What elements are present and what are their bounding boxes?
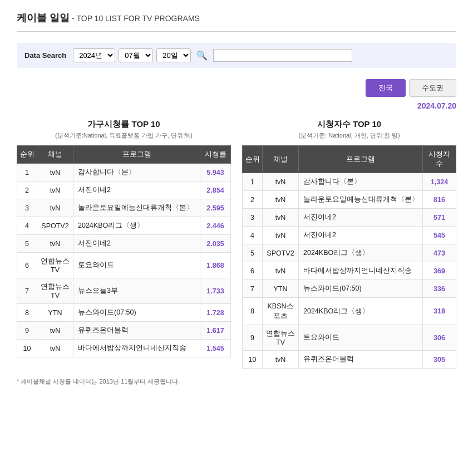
viewer-table-subtitle: (분석기준: National, 개인, 단위:천 명) [242, 131, 456, 140]
rank-cell: 6 [243, 262, 263, 280]
table-row: 4 tvN 서진이네2 545 [243, 227, 456, 244]
viewer-col-program: 프로그램 [299, 146, 423, 173]
rating-cell: 1.617 [200, 322, 231, 340]
viewer-col-channel: 채널 [263, 146, 299, 173]
viewer-table-section: 시청자수 TOP 10 (분석기준: National, 개인, 단위:천 명)… [242, 119, 456, 369]
rating-cell: 1.728 [200, 304, 231, 322]
program-cell: 토요와이드 [73, 253, 200, 278]
program-cell: 뉴스오늘3부 [73, 278, 200, 304]
rating-cell: 2.854 [200, 181, 231, 199]
region-btn-national[interactable]: 전국 [366, 79, 406, 97]
program-cell: 서진이네2 [299, 227, 423, 244]
program-cell: 놀라운토요일예능신대류개척〈본〉 [73, 199, 200, 217]
channel-cell: tvN [37, 199, 73, 217]
month-select[interactable]: 01월02월03월04월05월06월07월08월09월10월11월12월 [119, 48, 153, 62]
program-cell: 감사합니다〈본〉 [73, 164, 200, 181]
channel-cell: tvN [37, 181, 73, 199]
table-row: 8 KBSN스포츠 2024KBO리그〈생〉 318 [243, 298, 456, 325]
program-cell: 놀라운토요일예능신대류개척〈본〉 [299, 191, 423, 209]
viewers-cell: 318 [423, 298, 456, 325]
table-row: 10 tvN 바다에서밥상까지언니네산지직송 1.545 [17, 340, 231, 357]
table-row: 1 tvN 감사합니다〈본〉 5.943 [17, 164, 231, 181]
page-title-strong: 케이블 일일 [17, 12, 70, 23]
rating-cell: 2.595 [200, 199, 231, 217]
household-table-subtitle: (분석기준:National, 유료플랫폼 가입 가구, 단위:%) [17, 131, 231, 140]
rank-cell: 4 [17, 217, 37, 235]
viewer-col-viewers: 시청자수 [423, 146, 456, 173]
household-col-rating: 시청률 [200, 146, 231, 164]
rank-cell: 10 [243, 351, 263, 369]
rank-cell: 6 [17, 253, 37, 278]
program-cell: 뉴스와이드(07:50) [73, 304, 200, 322]
channel-cell: YTN [263, 280, 299, 298]
program-cell: 바다에서밥상까지언니네산지직송 [73, 340, 200, 357]
table-row: 6 tvN 바다에서밥상까지언니네산지직송 369 [243, 262, 456, 280]
viewers-cell: 306 [423, 325, 456, 351]
program-cell: 2024KBO리그〈생〉 [299, 298, 423, 325]
rating-cell: 5.943 [200, 164, 231, 181]
channel-cell: YTN [37, 304, 73, 322]
rank-cell: 8 [17, 304, 37, 322]
search-button[interactable]: 🔍 [194, 49, 210, 62]
channel-cell: SPOTV2 [263, 244, 299, 262]
household-table-section: 가구시청률 TOP 10 (분석기준:National, 유료플랫폼 가입 가구… [17, 119, 231, 369]
viewers-cell: 305 [423, 351, 456, 369]
household-col-rank: 순위 [17, 146, 37, 164]
table-row: 3 tvN 놀라운토요일예능신대류개척〈본〉 2.595 [17, 199, 231, 217]
table-row: 2 tvN 서진이네2 2.854 [17, 181, 231, 199]
viewers-cell: 545 [423, 227, 456, 244]
channel-cell: tvN [37, 322, 73, 340]
channel-cell: 연합뉴스TV [37, 278, 73, 304]
table-row: 4 SPOTV2 2024KBO리그〈생〉 2.446 [17, 217, 231, 235]
viewers-cell: 571 [423, 209, 456, 227]
table-row: 6 연합뉴스TV 토요와이드 1.868 [17, 253, 231, 278]
table-row: 5 SPOTV2 2024KBO리그〈생〉 473 [243, 244, 456, 262]
rank-cell: 2 [243, 191, 263, 209]
table-row: 7 YTN 뉴스와이드(07:50) 336 [243, 280, 456, 298]
rank-cell: 1 [243, 173, 263, 191]
rank-cell: 8 [243, 298, 263, 325]
rank-cell: 10 [17, 340, 37, 357]
rank-cell: 3 [243, 209, 263, 227]
search-label: Data Search [24, 51, 66, 60]
channel-cell: tvN [263, 191, 299, 209]
region-buttons: 전국 수도권 [17, 79, 456, 97]
program-cell: 바다에서밥상까지언니네산지직송 [299, 262, 423, 280]
rank-cell: 9 [243, 325, 263, 351]
viewer-table: 순위 채널 프로그램 시청자수 1 tvN 감사합니다〈본〉 1,324 2 t… [242, 145, 456, 369]
day-select[interactable]: 01일02일03일04일05일06일07일08일09일10일11일12일13일1… [156, 48, 191, 62]
channel-cell: SPOTV2 [37, 217, 73, 235]
rating-cell: 1.545 [200, 340, 231, 357]
rank-cell: 3 [17, 199, 37, 217]
table-row: 8 YTN 뉴스와이드(07:50) 1.728 [17, 304, 231, 322]
search-input[interactable] [213, 49, 352, 62]
program-cell: 2024KBO리그〈생〉 [73, 217, 200, 235]
channel-cell: tvN [263, 262, 299, 280]
table-row: 5 tvN 서진이네2 2.035 [17, 235, 231, 253]
rank-cell: 1 [17, 164, 37, 181]
table-row: 9 연합뉴스TV 토요와이드 306 [243, 325, 456, 351]
viewers-cell: 336 [423, 280, 456, 298]
rating-cell: 1.733 [200, 278, 231, 304]
rank-cell: 7 [243, 280, 263, 298]
program-cell: 유퀴즈온더블럭 [299, 351, 423, 369]
search-bar: Data Search 2023년2024년 01월02월03월04월05월06… [17, 43, 456, 68]
rank-cell: 5 [17, 235, 37, 253]
rank-cell: 2 [17, 181, 37, 199]
table-row: 3 tvN 서진이네2 571 [243, 209, 456, 227]
table-row: 1 tvN 감사합니다〈본〉 1,324 [243, 173, 456, 191]
channel-cell: tvN [37, 164, 73, 181]
region-btn-metro[interactable]: 수도권 [409, 79, 456, 97]
rating-cell: 2.035 [200, 235, 231, 253]
page-title: 케이블 일일 - TOP 10 LIST FOR TV PROGRAMS [17, 11, 456, 32]
channel-cell: 연합뉴스TV [263, 325, 299, 351]
table-row: 9 tvN 유퀴즈온더블럭 1.617 [17, 322, 231, 340]
tables-wrapper: 가구시청률 TOP 10 (분석기준:National, 유료플랫폼 가입 가구… [17, 119, 456, 369]
household-col-channel: 채널 [37, 146, 73, 164]
year-select[interactable]: 2023년2024년 [73, 48, 115, 62]
table-row: 7 연합뉴스TV 뉴스오늘3부 1.733 [17, 278, 231, 304]
viewer-table-header-row: 순위 채널 프로그램 시청자수 [243, 146, 456, 173]
footnote: * 케이블채널 시청률 데이터는 2013년 11월부터 제공됩니다. [17, 377, 456, 386]
channel-cell: tvN [37, 340, 73, 357]
program-cell: 유퀴즈온더블럭 [73, 322, 200, 340]
